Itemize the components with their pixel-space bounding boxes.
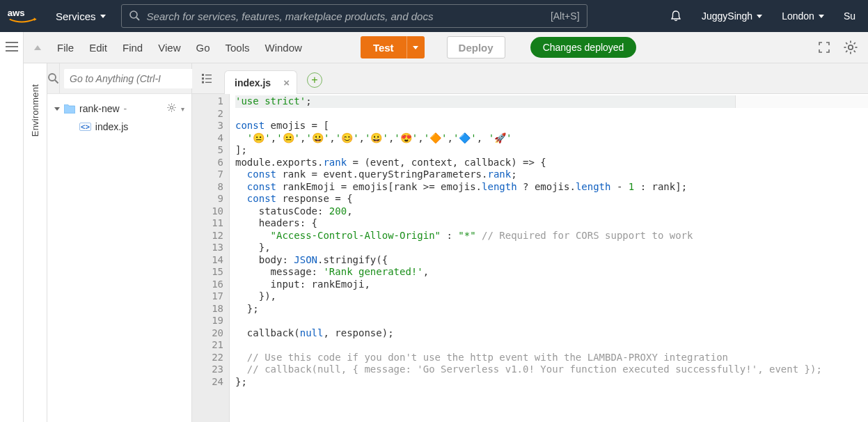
svg-line-12 — [854, 51, 855, 52]
environment-rail[interactable]: Environment — [24, 63, 47, 422]
deploy-status-pill: Changes deployed — [530, 37, 637, 58]
menu-bar: File Edit Find View Go Tools Window Test… — [24, 32, 868, 63]
caret-down-icon — [413, 46, 418, 49]
services-menu[interactable]: Services — [49, 6, 113, 26]
tree-folder-root[interactable]: rank-new - ▾ — [50, 100, 189, 118]
tree-file-index[interactable]: <> index.js — [50, 118, 189, 136]
svg-rect-28 — [202, 77, 204, 79]
menu-find[interactable]: Find — [123, 42, 143, 54]
svg-point-17 — [170, 106, 173, 109]
folder-icon — [64, 104, 75, 114]
tree-file-name: index.js — [95, 121, 128, 132]
outline-button[interactable] — [196, 68, 217, 89]
support-menu[interactable]: Su — [838, 10, 861, 22]
js-file-icon: <> — [79, 123, 91, 131]
svg-line-11 — [846, 42, 847, 44]
menu-edit[interactable]: Edit — [89, 42, 107, 54]
search-shortcut: [Alt+S] — [551, 10, 580, 22]
svg-line-22 — [168, 104, 170, 106]
deploy-button[interactable]: Deploy — [447, 36, 505, 58]
svg-rect-26 — [202, 74, 204, 76]
plus-icon: + — [311, 74, 317, 86]
svg-rect-31 — [205, 82, 212, 83]
editor-tab-active[interactable]: index.js × — [224, 70, 297, 94]
menu-tools[interactable]: Tools — [225, 42, 249, 54]
editor-tabs: index.js × + — [192, 63, 868, 94]
svg-line-24 — [173, 104, 175, 106]
tree-folder-suffix: - — [124, 103, 127, 114]
svg-rect-29 — [205, 78, 212, 79]
global-search[interactable]: [Alt+S] — [121, 4, 587, 28]
svg-rect-30 — [202, 81, 204, 84]
deploy-button-label: Deploy — [459, 42, 494, 54]
deploy-status-label: Changes deployed — [543, 42, 624, 53]
menu-go[interactable]: Go — [196, 42, 210, 54]
svg-point-1 — [130, 11, 137, 18]
search-icon — [129, 10, 140, 23]
hamburger-icon[interactable] — [6, 42, 18, 422]
menu-file[interactable]: File — [57, 42, 74, 54]
code-content[interactable]: 'use strict'; const emojis = [ '😐','😐','… — [230, 94, 868, 422]
menu-view[interactable]: View — [158, 42, 180, 54]
code-area[interactable]: 123456789101112131415161718192021222324 … — [192, 94, 868, 422]
svg-point-15 — [49, 74, 56, 81]
search-icon — [47, 72, 59, 84]
account-name: JuggySingh — [702, 10, 752, 22]
aws-top-nav: aws Services [Alt+S] JuggySingh London S… — [0, 0, 868, 32]
menu-window[interactable]: Window — [265, 42, 302, 54]
caret-down-icon — [819, 15, 824, 18]
gear-icon[interactable] — [843, 40, 858, 55]
test-button[interactable]: Test — [361, 36, 425, 58]
caret-down-icon — [757, 15, 762, 18]
collapse-panel-icon[interactable] — [33, 44, 42, 51]
test-button-dropdown[interactable] — [407, 36, 425, 58]
svg-line-16 — [55, 80, 58, 84]
outline-icon — [201, 73, 212, 84]
svg-text:aws: aws — [8, 8, 25, 18]
svg-line-23 — [173, 109, 175, 111]
new-tab-button[interactable]: + — [307, 72, 322, 88]
goto-anything-input[interactable] — [64, 69, 198, 88]
svg-line-25 — [168, 109, 170, 111]
svg-line-13 — [854, 42, 855, 44]
file-explorer-header — [47, 63, 191, 94]
code-editor: index.js × + 123456789101112131415161718… — [192, 63, 868, 422]
global-search-input[interactable] — [147, 10, 544, 22]
support-label: Su — [844, 10, 855, 22]
line-number-gutter: 123456789101112131415161718192021222324 — [192, 94, 230, 422]
svg-rect-27 — [205, 75, 212, 75]
left-gutter — [0, 32, 24, 422]
file-tree: rank-new - ▾ <> index.js — [47, 94, 191, 141]
region-menu[interactable]: London — [776, 10, 830, 22]
svg-line-2 — [136, 17, 139, 20]
close-tab-icon[interactable]: × — [283, 77, 290, 88]
tree-folder-gear-icon[interactable] — [166, 102, 177, 115]
chevron-down-icon — [54, 107, 60, 111]
file-explorer: rank-new - ▾ <> index.js — [47, 63, 192, 422]
environment-rail-label: Environment — [30, 84, 40, 136]
aws-logo[interactable]: aws — [7, 6, 40, 26]
region-name: London — [782, 10, 814, 22]
bell-icon — [670, 10, 682, 22]
notifications-button[interactable] — [664, 10, 688, 22]
tree-folder-name: rank-new — [79, 103, 120, 114]
svg-line-14 — [846, 51, 847, 52]
services-label: Services — [56, 10, 96, 22]
svg-point-6 — [849, 45, 853, 49]
sidebar-search-button[interactable] — [47, 63, 60, 93]
fullscreen-icon[interactable] — [818, 41, 830, 54]
test-button-label: Test — [361, 36, 407, 58]
editor-tab-label: index.js — [235, 77, 271, 88]
account-menu[interactable]: JuggySingh — [696, 10, 768, 22]
caret-down-icon — [100, 15, 106, 18]
